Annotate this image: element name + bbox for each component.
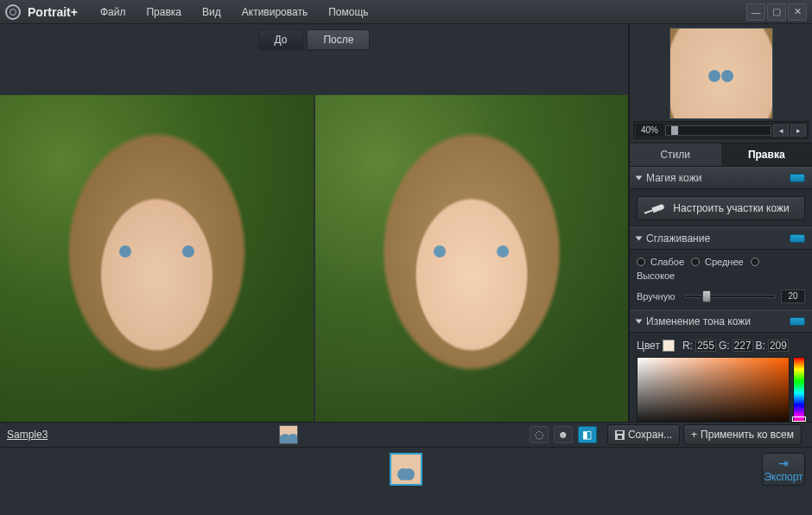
zoom-prev-button[interactable]: ◂ [773, 124, 789, 137]
navigator-thumbnail[interactable] [669, 28, 773, 119]
color-label: Цвет [637, 340, 660, 352]
apply-all-button[interactable]: + Применить ко всем [683, 424, 802, 445]
navigator-preview: 40% ◂ ▸ [630, 24, 812, 143]
apply-all-label: Применить ко всем [701, 429, 794, 441]
menu-activate[interactable]: Активировать [233, 3, 316, 22]
save-button[interactable]: Сохран... [607, 424, 680, 445]
tab-styles[interactable]: Стили [630, 143, 721, 166]
smoothing-slider[interactable] [685, 295, 776, 298]
plus-icon: + [691, 429, 697, 441]
g-label: G: [719, 340, 730, 352]
brush-icon [652, 204, 665, 213]
smoothing-value[interactable]: 20 [781, 289, 805, 303]
export-button[interactable]: ⇥ Экспорт [762, 453, 805, 486]
app-title: Portrait+ [28, 5, 78, 19]
zoom-value: 40% [636, 124, 663, 137]
menu-view[interactable]: Вид [193, 3, 230, 22]
menu-bar: Portrait+ Файл Правка Вид Активировать П… [0, 0, 812, 24]
face-detect-icon[interactable]: ☻ [554, 426, 573, 443]
window-minimize-button[interactable]: — [746, 3, 765, 21]
menu-edit[interactable]: Правка [137, 3, 190, 22]
r-label: R: [682, 340, 693, 352]
section-skin-magic-title: Магия кожи [646, 172, 701, 184]
save-button-label: Сохран... [628, 429, 672, 441]
radio-medium-label: Среднее [705, 257, 744, 267]
color-swatch[interactable] [663, 340, 675, 352]
app-logo-icon [5, 4, 21, 20]
section-skin-tone-header[interactable]: Изменение тона кожи [630, 310, 812, 333]
g-value[interactable]: 227 [733, 340, 753, 352]
chevron-down-icon [636, 176, 643, 181]
skin-tone-toggle[interactable] [790, 317, 805, 326]
radio-weak-label: Слабое [650, 257, 684, 267]
smoothing-toggle[interactable] [790, 234, 805, 243]
radio-high[interactable] [751, 258, 759, 266]
right-sidebar: 40% ◂ ▸ Стили Правка Магия кожи Настроит… [629, 24, 812, 422]
image-after[interactable] [315, 54, 629, 422]
window-maximize-button[interactable]: ▢ [767, 3, 786, 21]
tab-before[interactable]: До [258, 29, 304, 50]
chevron-down-icon [636, 237, 643, 241]
main-area: До После 40% ◂ ▸ Стили Правка М [0, 24, 812, 422]
comparison-pane: До После [0, 24, 629, 422]
sidebar-tabs: Стили Правка [630, 143, 812, 167]
smoothing-manual-label: Вручную [637, 291, 680, 302]
current-filename[interactable]: Sample3 [7, 429, 48, 441]
skin-magic-toggle[interactable] [790, 174, 805, 182]
status-bar: Sample3 ◌ ☻ ◧ Сохран... + Применить ко в… [0, 422, 812, 448]
tab-after[interactable]: После [307, 29, 370, 50]
filmstrip-thumbnail-1[interactable] [390, 453, 422, 486]
section-skin-magic-header[interactable]: Магия кожи [630, 167, 812, 189]
zoom-slider[interactable] [665, 125, 771, 136]
b-label: B: [756, 340, 765, 352]
save-icon [615, 430, 625, 440]
image-before[interactable] [0, 54, 314, 422]
export-label: Экспорт [764, 471, 802, 483]
radio-high-label: Высокое [637, 270, 675, 281]
before-after-tabs: До После [0, 24, 628, 54]
radio-medium[interactable] [691, 258, 700, 266]
face-thumbnail[interactable] [279, 425, 298, 444]
section-smoothing-title: Сглаживание [646, 232, 710, 245]
color-hue-slider[interactable] [793, 357, 805, 422]
zoom-next-button[interactable]: ▸ [790, 124, 806, 137]
mask-tool-icon[interactable]: ◌ [530, 426, 549, 443]
export-icon: ⇥ [778, 456, 789, 470]
configure-skin-areas-button[interactable]: Настроить участки кожи [637, 196, 805, 220]
menu-file[interactable]: Файл [92, 3, 135, 22]
section-skin-tone-title: Изменение тона кожи [646, 315, 751, 327]
radio-weak[interactable] [637, 258, 645, 266]
color-saturation-value-picker[interactable] [637, 357, 790, 422]
b-value[interactable]: 209 [768, 340, 789, 352]
tab-edit[interactable]: Правка [721, 143, 813, 166]
filmstrip: ⇥ Экспорт [0, 448, 812, 491]
configure-skin-areas-label: Настроить участки кожи [673, 202, 789, 214]
menu-help[interactable]: Помощь [320, 3, 377, 22]
chevron-down-icon [636, 320, 643, 324]
window-close-button[interactable]: ✕ [788, 3, 807, 21]
edit-panel: Магия кожи Настроить участки кожи Сглажи… [630, 167, 812, 422]
r-value[interactable]: 255 [695, 340, 716, 352]
section-smoothing-header[interactable]: Сглаживание [630, 227, 812, 250]
split-view-icon[interactable]: ◧ [578, 426, 597, 443]
